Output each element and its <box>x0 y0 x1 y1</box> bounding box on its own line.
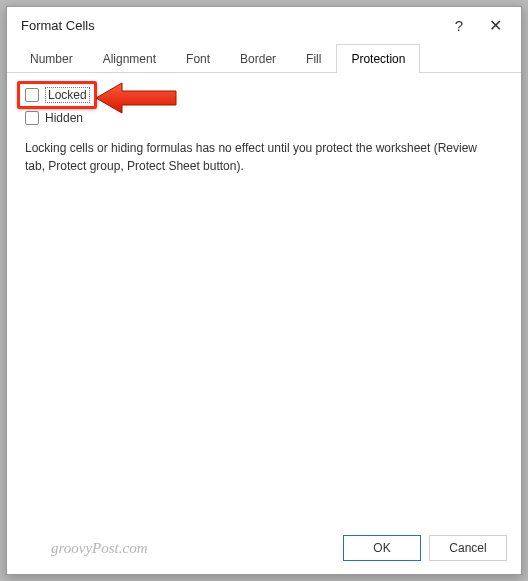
ok-button[interactable]: OK <box>343 535 421 561</box>
tab-fill[interactable]: Fill <box>291 44 336 73</box>
tab-border[interactable]: Border <box>225 44 291 73</box>
titlebar: Format Cells ? ✕ <box>7 7 521 43</box>
help-button[interactable]: ? <box>441 17 477 34</box>
format-cells-dialog: Format Cells ? ✕ Number Alignment Font B… <box>6 6 522 575</box>
dialog-title: Format Cells <box>21 18 441 33</box>
close-button[interactable]: ✕ <box>477 16 513 35</box>
tab-number[interactable]: Number <box>15 44 88 73</box>
hidden-checkbox[interactable] <box>25 111 39 125</box>
cancel-button[interactable]: Cancel <box>429 535 507 561</box>
locked-checkbox[interactable] <box>25 88 39 102</box>
hidden-label[interactable]: Hidden <box>45 111 83 125</box>
locked-row: Locked <box>25 87 503 103</box>
content-area: Locked Hidden Locking cells or hiding fo… <box>7 73 521 522</box>
tab-protection[interactable]: Protection <box>336 44 420 73</box>
footer: groovyPost.com OK Cancel <box>7 522 521 574</box>
tab-alignment[interactable]: Alignment <box>88 44 171 73</box>
watermark: groovyPost.com <box>21 540 335 557</box>
protection-description: Locking cells or hiding formulas has no … <box>25 139 495 175</box>
locked-label[interactable]: Locked <box>45 87 90 103</box>
tab-font[interactable]: Font <box>171 44 225 73</box>
hidden-row: Hidden <box>25 111 503 125</box>
tabs: Number Alignment Font Border Fill Protec… <box>7 43 521 73</box>
